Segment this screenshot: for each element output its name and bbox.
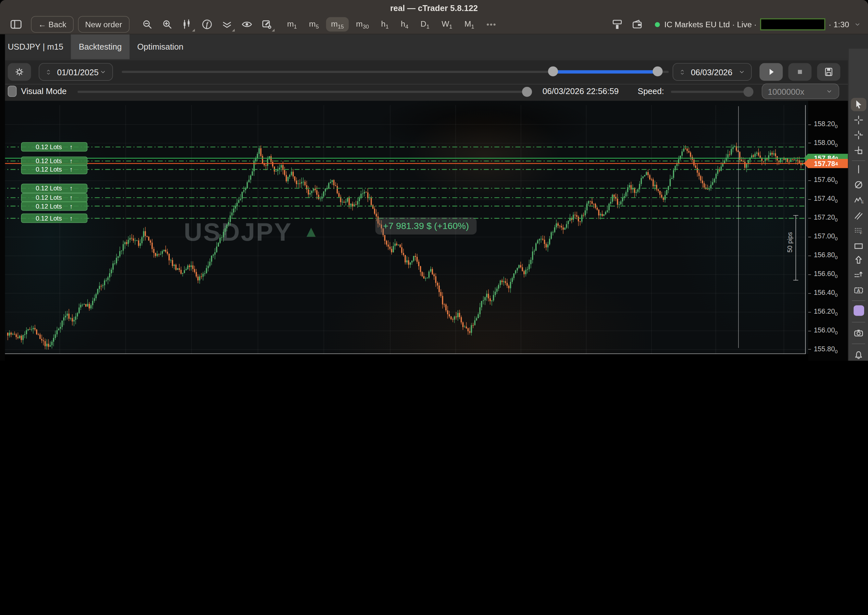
- chart-type-icon[interactable]: [178, 16, 195, 33]
- speed-label: Speed:: [638, 86, 664, 96]
- alerts-icon[interactable]: [849, 348, 868, 361]
- connection-status-dot: [655, 22, 660, 27]
- arrow-marker-icon[interactable]: [849, 253, 868, 267]
- position-lots: 0.12 Lots: [36, 144, 62, 150]
- start-date-spinner[interactable]: [45, 69, 52, 76]
- position-label[interactable]: 0.12 Lots↑: [21, 156, 88, 166]
- position-label[interactable]: 0.12 Lots↑: [21, 201, 88, 211]
- timeframe-list: m1m5m15m30h1h4D1W1M1: [281, 17, 480, 32]
- timeframe-W1[interactable]: W1: [436, 17, 457, 32]
- account-area: IC Markets EU Ltd · Live · · 1:30: [607, 14, 862, 34]
- timeframe-m5[interactable]: m5: [304, 17, 324, 32]
- toolbar-divider: [852, 322, 865, 323]
- price-tick: 157.400: [808, 195, 848, 203]
- progress-slider-track[interactable]: [78, 91, 527, 93]
- ctrader-window: real — cTrader 5.8.122 ← Back New order …: [0, 0, 868, 361]
- end-date-field[interactable]: 06/03/2026: [673, 63, 752, 81]
- buy-arrow-icon: ↑: [70, 166, 73, 173]
- color-swatch-icon[interactable]: [849, 304, 868, 317]
- visual-mode-row: Visual Mode 06/03/2026 22:56:59 Speed: 1…: [0, 84, 868, 101]
- timeframe-D1[interactable]: D1: [416, 17, 434, 32]
- vertical-line-icon[interactable]: [849, 162, 868, 176]
- stop-button[interactable]: [788, 63, 812, 81]
- projection-icon[interactable]: [849, 268, 868, 281]
- deposit-icon[interactable]: [609, 16, 626, 33]
- position-label[interactable]: 0.12 Lots↑: [21, 165, 88, 174]
- account-chevron-down-icon[interactable]: [854, 20, 862, 28]
- crosshair-snap-icon[interactable]: [849, 144, 868, 157]
- svg-text:A: A: [857, 288, 860, 293]
- timeframe-h1[interactable]: h1: [376, 17, 394, 32]
- position-label[interactable]: 0.12 Lots↑: [21, 142, 88, 152]
- speed-handle[interactable]: [743, 87, 754, 97]
- timeframe-m1[interactable]: m1: [282, 17, 302, 32]
- back-button[interactable]: ← Back: [31, 16, 74, 33]
- panels-icon[interactable]: [8, 16, 24, 33]
- save-backtest-button[interactable]: [817, 63, 840, 81]
- timeframe-m15[interactable]: m15: [326, 17, 349, 32]
- ellipse-icon[interactable]: [849, 178, 868, 191]
- backtest-settings-button[interactable]: [8, 63, 31, 81]
- trend-channel-icon[interactable]: [849, 209, 868, 223]
- backtest-controls-row: 01/01/2025 06/03/2026: [0, 60, 868, 84]
- camera-icon[interactable]: [849, 326, 868, 340]
- pointer-icon[interactable]: [851, 98, 866, 111]
- position-lots: 0.12 Lots: [36, 215, 62, 222]
- price-tick: 157.000: [808, 233, 848, 241]
- buy-arrow-icon: ↑: [70, 203, 73, 209]
- more-timeframes-icon[interactable]: •••: [482, 18, 502, 31]
- chart-settings-icon[interactable]: [258, 16, 275, 33]
- text-label-icon[interactable]: A: [849, 284, 868, 297]
- speed-select[interactable]: 1000000x: [762, 84, 840, 99]
- position-label[interactable]: 0.12 Lots↑: [21, 214, 88, 223]
- start-date-field[interactable]: 01/01/2025: [39, 63, 113, 81]
- visual-mode-checkbox[interactable]: [8, 86, 17, 97]
- elliott-wave-icon[interactable]: E: [849, 194, 868, 207]
- new-order-button[interactable]: New order: [78, 16, 129, 33]
- position-lots: 0.12 Lots: [36, 166, 62, 173]
- price-tick: 157.600: [808, 177, 848, 184]
- speed-chevron-icon[interactable]: [826, 87, 833, 95]
- crosshair-magnet-icon[interactable]: [849, 128, 868, 142]
- price-tick: 155.800: [808, 346, 848, 354]
- start-date-chevron-icon[interactable]: [99, 68, 107, 76]
- range-end-handle[interactable]: [653, 67, 663, 76]
- rectangle-icon[interactable]: [849, 239, 868, 253]
- start-date-value: 01/01/2025: [57, 67, 99, 76]
- crosshair-icon[interactable]: [849, 114, 868, 127]
- timeframe-h4[interactable]: h4: [396, 17, 413, 32]
- tab-optimisation[interactable]: Optimisation: [130, 34, 191, 59]
- zoom-out-icon[interactable]: [139, 16, 155, 33]
- range-start-handle[interactable]: [548, 67, 558, 76]
- price-tick: 156.200: [808, 308, 848, 316]
- tab-usdjpy-m15[interactable]: USDJPY | m15: [0, 34, 71, 59]
- profit-badge: +7 981.39 $ (+160%): [375, 217, 477, 234]
- indicators-icon[interactable]: f: [199, 16, 215, 33]
- position-label[interactable]: 0.12 Lots↑: [21, 184, 88, 193]
- main-chart-area: USDJPY ▲ +7 981.39 $ (+160%) 0.12 Lots↑0…: [0, 101, 868, 361]
- view-icon[interactable]: [238, 16, 255, 33]
- templates-icon[interactable]: [219, 16, 235, 33]
- tab-backtesting[interactable]: Backtesting: [71, 34, 130, 59]
- timeframe-M1[interactable]: M1: [459, 17, 479, 32]
- play-button[interactable]: [760, 63, 783, 81]
- zoom-in-icon[interactable]: [159, 16, 175, 33]
- wallet-icon[interactable]: [629, 16, 645, 33]
- buy-arrow-icon: ↑: [70, 215, 73, 222]
- window-left-edge: [0, 34, 5, 361]
- position-lots: 0.12 Lots: [36, 185, 62, 191]
- toolbar-divider: [852, 343, 865, 344]
- end-date-chevron-icon[interactable]: [738, 68, 746, 76]
- svg-text:F: F: [860, 231, 862, 235]
- timeframe-m30[interactable]: m30: [351, 17, 374, 32]
- speed-slider-track[interactable]: [671, 91, 749, 93]
- document-tabs: USDJPY | m15BacktestingOptimisation: [0, 34, 868, 60]
- pips-ruler-label: 50 pips: [787, 232, 793, 252]
- fibonacci-icon[interactable]: F: [849, 225, 868, 238]
- speed-value: 1000000x: [768, 87, 825, 96]
- price-axis[interactable]: 158.200158.000157.600157.400157.200157.0…: [808, 101, 848, 361]
- progress-handle[interactable]: [522, 87, 532, 97]
- position-label[interactable]: 0.12 Lots↑: [21, 193, 88, 202]
- leverage-label: · 1:30: [829, 20, 849, 28]
- end-date-spinner[interactable]: [679, 69, 686, 76]
